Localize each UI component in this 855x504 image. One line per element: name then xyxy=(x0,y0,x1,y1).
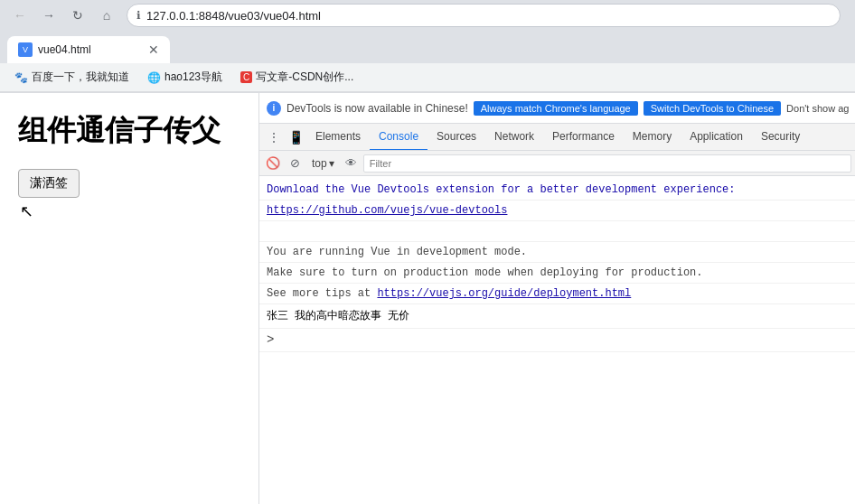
url-text: 127.0.0.1:8848/vue03/vue04.html xyxy=(146,9,321,23)
clear-console-icon[interactable]: 🚫 xyxy=(263,154,283,173)
dont-show-button[interactable]: Don't show ag xyxy=(786,103,849,114)
deployment-link[interactable]: https://vuejs.org/guide/deployment.html xyxy=(377,287,631,300)
console-line-dev-mode: You are running Vue in development mode. xyxy=(259,242,855,263)
output-text: 张三 我的高中暗恋故事 无价 xyxy=(267,310,409,322)
dropdown-icon: ▾ xyxy=(329,157,334,170)
console-output-line: 张三 我的高中暗恋故事 无价 xyxy=(259,304,855,329)
tab-title: vue04.html xyxy=(38,43,143,56)
title-bar: ← → ↻ ⌂ ℹ 127.0.0.1:8848/vue03/vue04.htm… xyxy=(0,0,855,31)
browser-chrome: ← → ↻ ⌂ ℹ 127.0.0.1:8848/vue03/vue04.htm… xyxy=(0,0,855,93)
console-line: Download the Vue Devtools extension for … xyxy=(259,180,855,201)
console-prompt-line[interactable]: > xyxy=(259,329,855,352)
console-line-tips: See more tips at https://vuejs.org/guide… xyxy=(259,284,855,304)
vue-devtools-link[interactable]: https://github.com/vuejs/vue-devtools xyxy=(267,204,507,217)
context-selector[interactable]: top ▾ xyxy=(306,154,340,173)
back-button[interactable]: ← xyxy=(7,3,33,28)
tab-sources[interactable]: Sources xyxy=(428,124,485,151)
webpage-content: 组件通信子传父 潇洒签 ↖ xyxy=(0,93,259,504)
baidu-label: 百度一下，我就知道 xyxy=(32,70,129,85)
tab-security[interactable]: Security xyxy=(752,124,809,151)
tab-favicon: V xyxy=(18,42,33,57)
home-button[interactable]: ⌂ xyxy=(94,3,119,28)
forward-button[interactable]: → xyxy=(36,3,61,28)
device-icon[interactable]: 📱 xyxy=(285,126,306,148)
inspect-icon[interactable]: ⋮ xyxy=(263,126,285,148)
baidu-favicon: 🐾 xyxy=(14,71,28,84)
csdn-label: 写文章-CSDN创作... xyxy=(256,70,353,85)
console-line-link[interactable]: https://github.com/vuejs/vue-devtools xyxy=(259,201,855,221)
context-label: top xyxy=(312,157,327,170)
bookmark-hao123[interactable]: 🌐 hao123导航 xyxy=(140,66,230,89)
nav-buttons: ← → ↻ ⌂ xyxy=(7,3,119,28)
tab-network[interactable]: Network xyxy=(485,124,543,151)
refresh-button[interactable]: ↻ xyxy=(65,3,90,28)
filter-input[interactable] xyxy=(363,154,851,173)
console-output: Download the Vue Devtools extension for … xyxy=(259,176,855,504)
tab-console[interactable]: Console xyxy=(370,124,428,151)
address-bar[interactable]: ℹ 127.0.0.1:8848/vue03/vue04.html xyxy=(127,4,841,27)
page-title: 组件通信子传父 xyxy=(18,111,240,151)
tab-memory[interactable]: Memory xyxy=(624,124,681,151)
browser-tab[interactable]: V vue04.html ✕ xyxy=(7,36,170,63)
console-line-blank xyxy=(259,221,855,242)
devtools-panel: i DevTools is now available in Chinese! … xyxy=(259,93,855,504)
tab-performance[interactable]: Performance xyxy=(543,124,624,151)
match-language-button[interactable]: Always match Chrome's language xyxy=(474,101,638,116)
main-area: 组件通信子传父 潇洒签 ↖ i DevTools is now availabl… xyxy=(0,93,855,504)
switch-to-chinese-button[interactable]: Switch DevTools to Chinese xyxy=(644,101,781,116)
bookmark-csdn[interactable]: C 写文章-CSDN创作... xyxy=(233,66,361,89)
tab-close-button[interactable]: ✕ xyxy=(148,42,159,57)
tab-elements[interactable]: Elements xyxy=(306,124,370,151)
console-line-production: Make sure to turn on production mode whe… xyxy=(259,263,855,284)
filter-icon[interactable]: ⊘ xyxy=(285,154,305,173)
console-toolbar: 🚫 ⊘ top ▾ 👁 xyxy=(259,151,855,176)
notification-text: DevTools is now available in Chinese! xyxy=(287,102,468,115)
console-prompt-symbol: > xyxy=(267,332,274,347)
bookmarks-bar: 🐾 百度一下，我就知道 🌐 hao123导航 C 写文章-CSDN创作... xyxy=(0,63,855,92)
hao123-favicon: 🌐 xyxy=(147,71,161,84)
csdn-favicon: C xyxy=(240,71,252,83)
address-info-icon: ℹ xyxy=(136,9,141,22)
button-label: 潇洒签 xyxy=(30,176,68,190)
hao123-label: hao123导航 xyxy=(164,70,222,85)
xiao-sa-qian-button[interactable]: 潇洒签 xyxy=(18,169,80,198)
tabs-bar: V vue04.html ✕ xyxy=(0,31,855,63)
download-text: Download the Vue Devtools extension for … xyxy=(267,183,735,196)
info-icon: i xyxy=(267,101,281,116)
bookmark-baidu[interactable]: 🐾 百度一下，我就知道 xyxy=(7,66,136,89)
devtools-notification: i DevTools is now available in Chinese! … xyxy=(259,93,855,124)
eye-icon[interactable]: 👁 xyxy=(342,154,362,173)
tab-application[interactable]: Application xyxy=(681,124,752,151)
mouse-cursor: ↖ xyxy=(20,201,33,221)
devtools-tabs: ⋮ 📱 Elements Console Sources Network Per… xyxy=(259,124,855,151)
